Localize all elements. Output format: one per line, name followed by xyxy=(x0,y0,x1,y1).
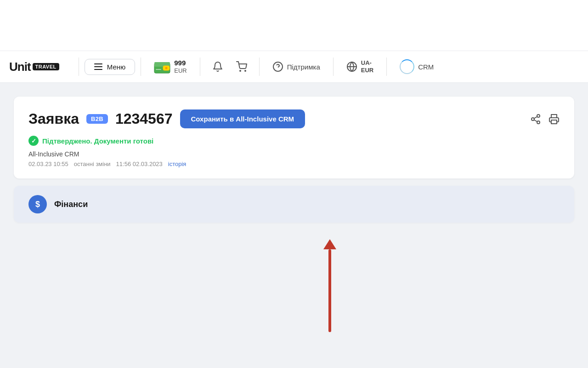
page-header-top: Заявка B2B 1234567 Сохранить в All-Inclu… xyxy=(28,109,560,128)
status-text: Підтверджено. Документи готові xyxy=(42,137,153,145)
navbar: Unit TRAVEL Меню 999 EUR xyxy=(0,51,588,83)
notifications-button[interactable] xyxy=(206,61,230,72)
wallet-amount-display: 999 EUR xyxy=(174,59,187,75)
logo-unit-text: Unit xyxy=(9,60,31,74)
lang-line1: UA- xyxy=(361,59,373,67)
svg-point-6 xyxy=(245,70,246,71)
support-icon xyxy=(272,61,283,72)
nav-divider-5 xyxy=(333,58,334,76)
arrow-head xyxy=(323,239,336,249)
wallet-currency: EUR xyxy=(174,67,187,75)
support-label: Підтримка xyxy=(287,63,320,71)
menu-button[interactable]: Меню xyxy=(85,59,136,75)
header-actions xyxy=(530,114,560,125)
svg-line-15 xyxy=(534,116,537,118)
crm-button[interactable]: CRM xyxy=(392,59,441,74)
status-check-icon xyxy=(28,136,39,146)
logo[interactable]: Unit TRAVEL xyxy=(9,60,59,74)
finances-dollar-icon: $ xyxy=(28,195,47,213)
order-number: 1234567 xyxy=(115,110,173,127)
crm-spinner-icon xyxy=(400,59,414,74)
svg-rect-4 xyxy=(156,69,161,70)
menu-label: Меню xyxy=(107,63,126,71)
wallet-button[interactable]: 999 EUR xyxy=(147,59,194,75)
last-changes-time: 11:56 02.03.2023 xyxy=(116,161,163,167)
last-changes-label: останні зміни xyxy=(74,161,111,167)
hamburger-icon xyxy=(94,63,102,70)
language-button[interactable]: UA- EUR xyxy=(339,59,381,74)
logo-travel-badge: TRAVEL xyxy=(33,63,59,70)
globe-icon xyxy=(346,61,357,72)
finances-card: $ Фінанси xyxy=(14,186,574,223)
share-icon xyxy=(530,114,541,125)
finances-title: Фінанси xyxy=(54,200,88,209)
cart-button[interactable] xyxy=(230,61,254,72)
bell-icon xyxy=(212,61,223,72)
b2b-badge: B2B xyxy=(86,114,108,124)
svg-rect-16 xyxy=(551,120,557,124)
nav-divider-4 xyxy=(259,58,260,76)
wallet-icon xyxy=(154,60,170,74)
nav-divider-2 xyxy=(141,58,141,76)
svg-line-14 xyxy=(534,120,537,121)
wallet-number: 999 xyxy=(174,59,187,67)
svg-point-5 xyxy=(240,70,241,71)
date-created: 02.03.23 10:55 xyxy=(28,161,68,167)
arrow-shaft xyxy=(328,249,331,332)
lang-line2: EUR xyxy=(361,67,373,74)
annotation-arrow xyxy=(323,239,336,332)
nav-divider-3 xyxy=(200,58,200,76)
svg-point-3 xyxy=(165,67,168,69)
share-button[interactable] xyxy=(530,114,541,125)
support-button[interactable]: Підтримка xyxy=(265,61,328,72)
page-title: Заявка xyxy=(28,110,79,127)
history-link[interactable]: історія xyxy=(168,161,187,167)
page-header-card: Заявка B2B 1234567 Сохранить в All-Inclu… xyxy=(14,97,574,178)
status-row: Підтверджено. Документи готові xyxy=(28,136,560,146)
nav-divider-1 xyxy=(79,58,79,76)
cart-icon xyxy=(236,61,247,72)
nav-divider-6 xyxy=(386,58,387,76)
crm-label: CRM xyxy=(418,63,434,71)
save-crm-button[interactable]: Сохранить в All-Inclusive CRM xyxy=(180,109,305,128)
print-icon xyxy=(548,114,560,125)
print-button[interactable] xyxy=(548,114,560,125)
date-row: 02.03.23 10:55 останні зміни 11:56 02.03… xyxy=(28,161,560,167)
crm-name-label: All-Inclusive CRM xyxy=(28,150,560,158)
main-content: Заявка B2B 1234567 Сохранить в All-Inclu… xyxy=(0,83,588,236)
